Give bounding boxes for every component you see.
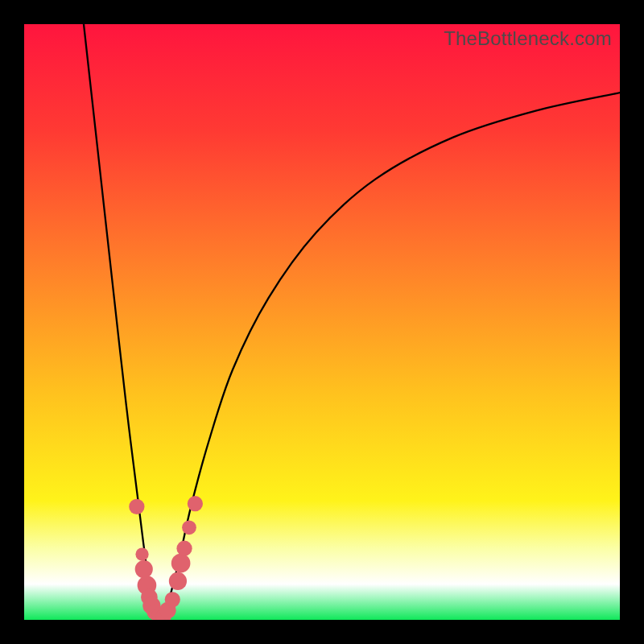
data-marker: [135, 547, 148, 560]
curve-layer: [24, 24, 620, 620]
data-marker: [169, 572, 187, 590]
data-marker: [135, 560, 153, 578]
data-marker: [188, 496, 203, 511]
data-marker: [176, 541, 192, 556]
data-marker: [171, 554, 191, 573]
data-marker: [129, 499, 144, 514]
curve-right: [164, 93, 620, 617]
data-marker: [182, 520, 196, 535]
chart-frame: TheBottleneck.com: [0, 0, 644, 644]
curve-left: [84, 24, 157, 617]
plot-area: TheBottleneck.com: [24, 24, 620, 620]
data-marker: [165, 592, 180, 607]
